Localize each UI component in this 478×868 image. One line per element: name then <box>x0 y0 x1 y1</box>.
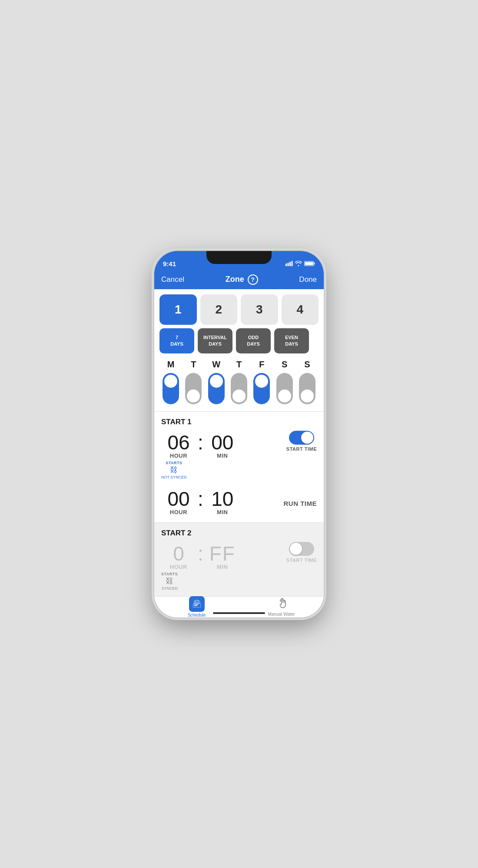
schedule-icon-svg <box>192 599 202 609</box>
runtime1-colon: : <box>196 487 205 509</box>
runtime1-min-label: MIN <box>217 509 228 515</box>
schedule-tab-interval[interactable]: INTERVALDAYS <box>198 328 232 353</box>
day-header-sat: S <box>273 360 295 370</box>
content-area: 1 2 3 4 7DAYS INTERVALDAYS ODDDAYS EVEND… <box>154 289 324 596</box>
start2-min[interactable]: FF <box>209 544 236 564</box>
starts-text-2: STARTS <box>161 572 178 576</box>
chain-icon-1: ⛓ <box>170 465 178 475</box>
start1-toggle-knob <box>301 432 313 444</box>
start1-colon: : <box>196 431 205 452</box>
phone-frame: 9:41 <box>154 251 324 617</box>
notch <box>206 251 272 264</box>
cancel-button[interactable]: Cancel <box>161 275 184 284</box>
start2-label: START 2 <box>161 529 317 538</box>
zone-tabs: 1 2 3 4 <box>154 289 324 328</box>
signal-icon <box>285 261 293 267</box>
tab-bar: Schedule Manual Water <box>154 596 324 617</box>
zone-tab-1[interactable]: 1 <box>159 294 197 325</box>
home-indicator <box>213 612 265 614</box>
day-header-thu: T <box>228 360 250 370</box>
day-toggle-thu[interactable] <box>231 373 247 404</box>
pill-knob-wed <box>210 375 223 388</box>
day-toggles <box>154 370 324 411</box>
wifi-icon <box>295 261 302 267</box>
start1-hour-label: HOUR <box>170 452 187 459</box>
svg-rect-2 <box>289 262 291 266</box>
start2-toggle-knob <box>290 543 302 555</box>
start1-toggle-area: START TIME <box>286 431 317 452</box>
pill-knob-mon <box>164 375 177 388</box>
schedule-icon <box>189 596 205 612</box>
chain-icon-2: ⛓ <box>166 577 173 586</box>
start1-label: START 1 <box>161 418 317 426</box>
start1-hour[interactable]: 06 <box>167 432 189 452</box>
starts-text-1: STARTS <box>166 461 182 465</box>
battery-icon <box>304 261 315 267</box>
starts-icon-1: STARTS ⛓ NOT SYNCED <box>161 461 187 479</box>
start2-min-label: MIN <box>217 564 228 570</box>
start2-sync-area: STARTS ⛓ SYNCED <box>161 572 317 591</box>
manual-water-icon <box>276 597 288 611</box>
day-toggle-sat[interactable] <box>276 373 293 404</box>
runtime1-section: 00 HOUR : 10 MIN RUN TIME <box>154 487 324 522</box>
day-toggle-tue[interactable] <box>185 373 202 404</box>
zone-tab-2[interactable]: 2 <box>200 294 238 325</box>
day-header-sun: S <box>296 360 319 370</box>
pill-knob-sun <box>301 389 314 403</box>
start2-hour[interactable]: 0 <box>173 544 184 564</box>
day-header-fri: F <box>250 360 273 370</box>
pill-knob-thu <box>232 389 246 403</box>
day-toggle-wed[interactable] <box>208 373 225 404</box>
runtime1-label: RUN TIME <box>284 500 317 507</box>
start1-section: START 1 06 HOUR : 00 MIN <box>154 412 324 487</box>
runtime1-hour[interactable]: 00 <box>167 489 189 509</box>
manual-water-tab-label: Manual Water <box>268 612 295 617</box>
nav-bar: Cancel Zone ? Done <box>154 270 324 289</box>
svg-rect-6 <box>305 262 313 265</box>
day-toggle-sun[interactable] <box>299 373 315 404</box>
day-headers: M T W T F S S <box>154 357 324 370</box>
status-time: 9:41 <box>163 260 176 267</box>
runtime1-min[interactable]: 10 <box>211 489 233 509</box>
start2-hour-label: HOUR <box>170 564 187 570</box>
done-button[interactable]: Done <box>299 275 317 284</box>
help-button[interactable]: ? <box>248 274 258 285</box>
schedule-tab-7days[interactable]: 7DAYS <box>159 328 194 353</box>
schedule-type-tabs: 7DAYS INTERVALDAYS ODDDAYS EVENDAYS <box>154 328 324 357</box>
starts-icon-2: STARTS ⛓ SYNCED <box>161 572 178 591</box>
schedule-tab-odd[interactable]: ODDDAYS <box>236 328 271 353</box>
start2-section: START 2 0 HOUR : FF MIN <box>154 523 324 596</box>
day-toggle-fri[interactable] <box>253 373 270 404</box>
nav-title: Zone ? <box>226 274 258 285</box>
pill-knob-sat <box>278 389 291 403</box>
start2-colon: : <box>196 542 205 564</box>
day-header-tue: T <box>182 360 205 370</box>
runtime1-hour-label: HOUR <box>170 509 187 515</box>
day-toggle-mon[interactable] <box>163 373 179 404</box>
svg-rect-3 <box>292 261 293 266</box>
start2-toggle[interactable] <box>289 542 314 556</box>
svg-point-7 <box>196 600 197 601</box>
start1-min[interactable]: 00 <box>211 432 233 452</box>
tab-schedule[interactable]: Schedule <box>154 596 239 617</box>
svg-rect-0 <box>285 264 287 266</box>
start2-toggle-area: START TIME <box>286 542 317 563</box>
start1-min-label: MIN <box>217 452 228 459</box>
day-header-wed: W <box>205 360 228 370</box>
pill-knob-fri <box>255 375 268 388</box>
status-icons <box>285 261 315 267</box>
schedule-tab-label: Schedule <box>188 613 206 617</box>
start2-toggle-label: START TIME <box>286 558 317 563</box>
start1-sync-area: STARTS ⛓ NOT SYNCED <box>161 461 317 479</box>
not-synced-text: NOT SYNCED <box>161 475 187 479</box>
day-header-mon: M <box>159 360 182 370</box>
schedule-tab-even[interactable]: EVENDAYS <box>274 328 309 353</box>
pill-knob-tue <box>187 389 200 403</box>
zone-tab-3[interactable]: 3 <box>241 294 278 325</box>
svg-rect-1 <box>288 263 289 266</box>
svg-rect-5 <box>314 263 315 264</box>
synced-text: SYNCED <box>161 586 178 591</box>
start1-toggle[interactable] <box>289 431 314 445</box>
zone-tab-4[interactable]: 4 <box>282 294 319 325</box>
start1-toggle-label: START TIME <box>286 446 317 452</box>
